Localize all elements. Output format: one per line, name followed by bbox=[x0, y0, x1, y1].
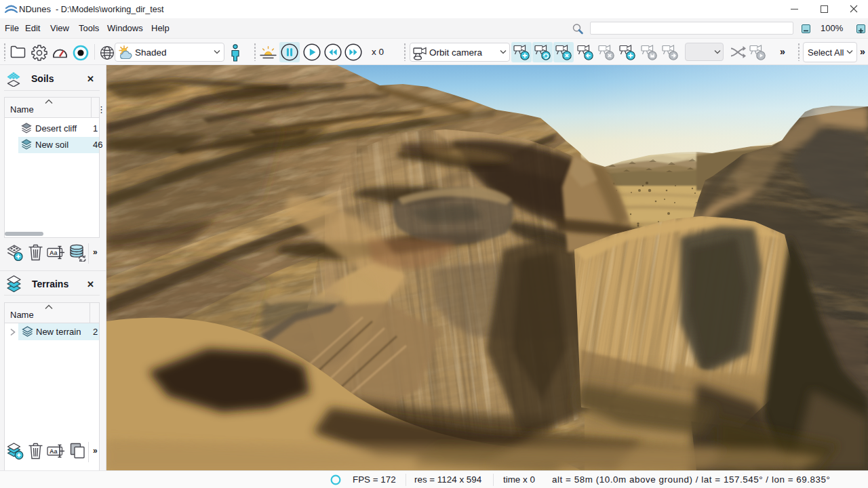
svg-text:Aa: Aa bbox=[50, 249, 58, 256]
svg-text:Aa: Aa bbox=[50, 448, 58, 455]
